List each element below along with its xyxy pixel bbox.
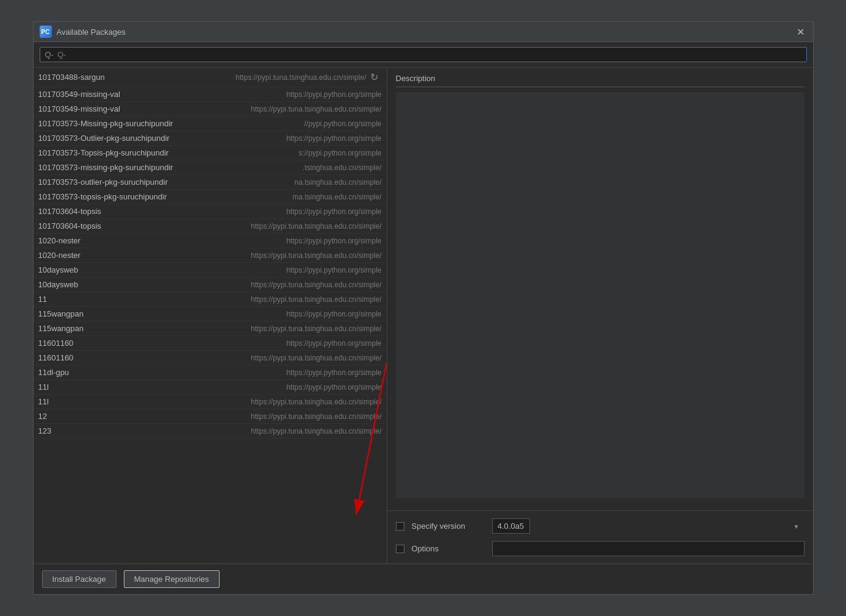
package-name: 11l <box>38 397 160 406</box>
package-name: 101703549-missing-val <box>38 90 160 99</box>
options-row: Options <box>396 541 805 556</box>
package-name: 1020-nester <box>38 236 160 245</box>
list-item[interactable]: 1020-nesterhttps://pypi.python.org/simpl… <box>34 234 387 248</box>
package-name: 101703604-topsis <box>38 221 160 231</box>
package-name: 123 <box>38 426 160 435</box>
list-item[interactable]: 101703488-sargunhttps://pypi.tuna.tsingh… <box>34 68 387 87</box>
package-name: 101703488-sargun <box>38 73 160 82</box>
package-repo: https://pypi.tuna.tsinghua.edu.cn/simple… <box>160 354 382 362</box>
title-bar: PC Available Packages ✕ <box>34 22 813 42</box>
package-repo: https://pypi.tuna.tsinghua.edu.cn/simple… <box>160 412 382 421</box>
package-repo: https://pypi.tuna.tsinghua.edu.cn/simple… <box>160 73 367 82</box>
package-repo: //pypi.python.org/simple <box>173 120 382 128</box>
package-name: 101703573-Missing-pkg-suruchipundir <box>38 119 173 128</box>
package-repo: https://pypi.tuna.tsinghua.edu.cn/simple… <box>160 427 382 435</box>
package-repo: https://pypi.python.org/simple <box>170 134 382 143</box>
specify-version-label: Specify version <box>412 521 485 531</box>
package-name: 101703604-topsis <box>38 207 160 216</box>
package-repo: https://pypi.tuna.tsinghua.edu.cn/simple… <box>160 105 382 113</box>
search-input-wrapper: Q- <box>40 47 807 62</box>
list-item[interactable]: 10dayswebhttps://pypi.python.org/simple <box>34 263 387 278</box>
list-item[interactable]: 101703604-topsishttps://pypi.tuna.tsingh… <box>34 219 387 234</box>
footer: Install Package Manage Repositories <box>34 564 813 594</box>
package-name: 101703573-Outlier-pkg-suruchipundir <box>38 134 170 143</box>
package-repo: https://pypi.tuna.tsinghua.edu.cn/simple… <box>160 324 382 333</box>
description-label: Description <box>396 74 805 87</box>
list-item[interactable]: 101703604-topsishttps://pypi.python.org/… <box>34 204 387 219</box>
package-name: 101703549-missing-val <box>38 104 160 113</box>
list-item[interactable]: 12https://pypi.tuna.tsinghua.edu.cn/simp… <box>34 409 387 424</box>
specify-version-checkbox[interactable] <box>396 522 404 531</box>
package-name: 11 <box>38 295 160 304</box>
list-item[interactable]: 101703573-topsis-pkg-suruchipundirma.tsi… <box>34 190 387 204</box>
version-select-wrapper: 4.0.0a54.0.0a44.0.0a33.9.03.8.0 <box>492 518 805 534</box>
package-repo: https://pypi.python.org/simple <box>160 207 382 216</box>
list-item[interactable]: 101703573-outlier-pkg-suruchipundirna.ts… <box>34 175 387 190</box>
search-input[interactable] <box>57 50 801 59</box>
install-package-button[interactable]: Install Package <box>42 570 117 588</box>
list-item[interactable]: 101703573-Missing-pkg-suruchipundir//pyp… <box>34 116 387 131</box>
description-content <box>396 92 805 498</box>
package-name: 11l <box>38 382 160 392</box>
package-repo: s://pypi.python.org/simple <box>168 149 381 157</box>
options-section: Specify version 4.0.0a54.0.0a44.0.0a33.9… <box>387 511 813 564</box>
package-name: 11dl-gpu <box>38 368 160 377</box>
package-name: 101703573-outlier-pkg-suruchipundir <box>38 177 168 187</box>
title-bar-left: PC Available Packages <box>40 26 126 38</box>
package-repo: https://pypi.python.org/simple <box>160 368 382 377</box>
list-item[interactable]: 115wangpanhttps://pypi.python.org/simple <box>34 307 387 321</box>
list-item[interactable]: 115wangpanhttps://pypi.tuna.tsinghua.edu… <box>34 321 387 336</box>
list-item[interactable]: 101703549-missing-valhttps://pypi.tuna.t… <box>34 102 387 116</box>
search-bar: Q- <box>34 42 813 68</box>
package-repo: https://pypi.python.org/simple <box>160 266 382 274</box>
package-list[interactable]: 101703488-sargunhttps://pypi.tuna.tsingh… <box>34 68 387 564</box>
manage-repositories-button[interactable]: Manage Repositories <box>124 570 220 588</box>
package-name: 1020-nester <box>38 251 160 260</box>
list-item[interactable]: 101703573-Topsis-pkg-suruchipundirs://py… <box>34 146 387 160</box>
list-item[interactable]: 1020-nesterhttps://pypi.tuna.tsinghua.ed… <box>34 248 387 263</box>
list-item[interactable]: 101703549-missing-valhttps://pypi.python… <box>34 87 387 102</box>
package-repo: https://pypi.python.org/simple <box>160 383 382 392</box>
main-content: 101703488-sargunhttps://pypi.tuna.tsingh… <box>34 68 813 564</box>
package-repo: https://pypi.python.org/simple <box>160 237 382 245</box>
list-item[interactable]: 10dayswebhttps://pypi.tuna.tsinghua.edu.… <box>34 278 387 292</box>
search-icon: Q- <box>45 50 54 59</box>
options-label: Options <box>412 544 485 553</box>
list-item[interactable]: 11dl-gpuhttps://pypi.python.org/simple <box>34 365 387 380</box>
right-panel: Description Specify version 4.0.0a54.0.0… <box>387 68 813 564</box>
list-item[interactable]: 11https://pypi.tuna.tsinghua.edu.cn/simp… <box>34 292 387 307</box>
package-name: 10daysweb <box>38 265 160 274</box>
package-repo: ma.tsinghua.edu.cn/simple/ <box>167 193 382 201</box>
package-repo: .tsinghua.edu.cn/simple/ <box>173 163 382 172</box>
package-name: 115wangpan <box>38 309 160 318</box>
package-repo: https://pypi.tuna.tsinghua.edu.cn/simple… <box>160 398 382 406</box>
left-panel: 101703488-sargunhttps://pypi.tuna.tsingh… <box>34 68 387 564</box>
list-item[interactable]: 101703573-missing-pkg-suruchipundir.tsin… <box>34 160 387 175</box>
specify-version-row: Specify version 4.0.0a54.0.0a44.0.0a33.9… <box>396 518 805 534</box>
package-repo: https://pypi.python.org/simple <box>160 339 382 348</box>
package-name: 115wangpan <box>38 324 160 333</box>
list-item[interactable]: 123https://pypi.tuna.tsinghua.edu.cn/sim… <box>34 424 387 439</box>
options-input[interactable] <box>492 541 805 556</box>
refresh-icon[interactable]: ↻ <box>367 70 382 84</box>
package-name: 12 <box>38 412 160 421</box>
dialog-title: Available Packages <box>57 27 126 37</box>
list-item[interactable]: 101703573-Outlier-pkg-suruchipundirhttps… <box>34 131 387 146</box>
package-repo: na.tsinghua.edu.cn/simple/ <box>168 178 382 187</box>
package-repo: https://pypi.tuna.tsinghua.edu.cn/simple… <box>160 222 382 231</box>
package-repo: https://pypi.tuna.tsinghua.edu.cn/simple… <box>160 251 382 260</box>
package-name: 11601160 <box>38 338 160 348</box>
package-repo: https://pypi.python.org/simple <box>160 90 382 99</box>
package-name: 101703573-Topsis-pkg-suruchipundir <box>38 148 169 157</box>
package-repo: https://pypi.python.org/simple <box>160 310 382 318</box>
list-item[interactable]: 11601160https://pypi.tuna.tsinghua.edu.c… <box>34 351 387 365</box>
version-select[interactable]: 4.0.0a54.0.0a44.0.0a33.9.03.8.0 <box>492 518 530 534</box>
list-item[interactable]: 11lhttps://pypi.tuna.tsinghua.edu.cn/sim… <box>34 395 387 409</box>
options-checkbox[interactable] <box>396 545 404 553</box>
list-item[interactable]: 11lhttps://pypi.python.org/simple <box>34 380 387 395</box>
description-section: Description <box>387 68 813 511</box>
app-icon: PC <box>40 26 52 38</box>
list-item[interactable]: 11601160https://pypi.python.org/simple <box>34 336 387 351</box>
close-button[interactable]: ✕ <box>795 26 807 38</box>
package-name: 101703573-topsis-pkg-suruchipundir <box>38 192 167 201</box>
